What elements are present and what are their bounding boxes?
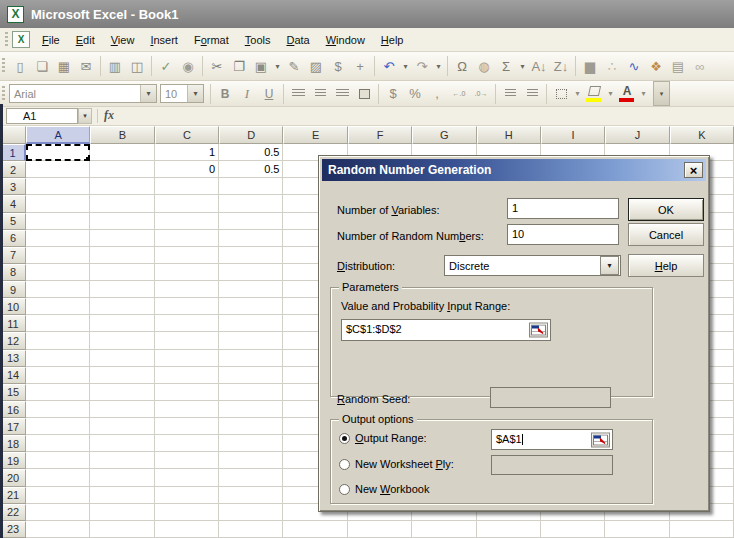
cell-I23[interactable] (541, 521, 605, 538)
print-preview-icon[interactable]: ◫ (126, 56, 148, 76)
row-header-11[interactable]: 11 (0, 315, 26, 332)
chart-wizard-icon[interactable]: ▆ (579, 56, 601, 76)
cell-A23[interactable] (26, 521, 90, 538)
scatter-chart-icon[interactable]: ∴ (601, 56, 623, 76)
increase-decimal-button[interactable]: ←.0 (448, 84, 470, 104)
row-header-17[interactable]: 17 (0, 418, 26, 435)
new-document-icon[interactable]: ▯ (9, 56, 31, 76)
cell-C2[interactable]: 0 (155, 161, 219, 178)
cell-G23[interactable] (412, 521, 476, 538)
toolbar-grip[interactable] (5, 32, 8, 48)
cell-D6[interactable] (219, 230, 283, 247)
cell-B21[interactable] (90, 487, 154, 504)
cell-B12[interactable] (90, 332, 154, 349)
cell-C22[interactable] (155, 504, 219, 521)
cell-C20[interactable] (155, 469, 219, 486)
cell-D5[interactable] (219, 213, 283, 230)
new-worksheet-ply-label[interactable]: New Worksheet Ply: (355, 458, 454, 470)
cell-A5[interactable] (26, 213, 90, 230)
cell-B15[interactable] (90, 384, 154, 401)
cell-B23[interactable] (90, 521, 154, 538)
row-header-1[interactable]: 1 (0, 144, 26, 161)
column-header-H[interactable]: H (477, 126, 541, 144)
row-header-10[interactable]: 10 (0, 298, 26, 315)
sort-ascending-icon[interactable]: A↓ (528, 56, 550, 76)
menu-view[interactable]: View (103, 31, 143, 49)
cell-D18[interactable] (219, 435, 283, 452)
row-header-14[interactable]: 14 (0, 367, 26, 384)
cell-H23[interactable] (477, 521, 541, 538)
dialog-close-button[interactable]: × (684, 162, 703, 178)
column-header-J[interactable]: J (605, 126, 669, 144)
row-header-13[interactable]: 13 (0, 350, 26, 367)
cell-A4[interactable] (26, 195, 90, 212)
row-header-12[interactable]: 12 (0, 332, 26, 349)
row-header-6[interactable]: 6 (0, 230, 26, 247)
select-all-corner[interactable] (0, 126, 26, 144)
cell-D12[interactable] (219, 332, 283, 349)
menu-file[interactable]: File (34, 31, 68, 49)
drawing-icon[interactable]: ❖ (645, 56, 667, 76)
save-icon[interactable]: ▦ (53, 56, 75, 76)
column-header-E[interactable]: E (283, 126, 347, 144)
cell-D10[interactable] (219, 298, 283, 315)
input-range-input[interactable]: $C$1:$D$2 (341, 319, 551, 341)
row-header-3[interactable]: 3 (0, 178, 26, 195)
menu-data[interactable]: Data (278, 31, 317, 49)
distribution-select[interactable]: Discrete ▾ (444, 255, 621, 276)
cell-C5[interactable] (155, 213, 219, 230)
cell-C11[interactable] (155, 315, 219, 332)
cell-D21[interactable] (219, 487, 283, 504)
cell-J23[interactable] (605, 521, 669, 538)
cell-B14[interactable] (90, 367, 154, 384)
cell-C9[interactable] (155, 281, 219, 298)
row-header-5[interactable]: 5 (0, 213, 26, 230)
cell-A2[interactable] (26, 161, 90, 178)
cell-D13[interactable] (219, 350, 283, 367)
font-color-dropdown-icon[interactable]: ▾ (638, 84, 649, 104)
cell-A14[interactable] (26, 367, 90, 384)
align-left-button[interactable] (287, 84, 309, 104)
cell-D17[interactable] (219, 418, 283, 435)
dialog-titlebar[interactable]: Random Number Generation (322, 159, 706, 181)
column-header-I[interactable]: I (541, 126, 605, 144)
cell-C16[interactable] (155, 401, 219, 418)
cell-C21[interactable] (155, 487, 219, 504)
menu-window[interactable]: Window (318, 31, 373, 49)
cell-D20[interactable] (219, 469, 283, 486)
hyperlink-icon[interactable]: ◍ (473, 56, 495, 76)
cell-A12[interactable] (26, 332, 90, 349)
fill-color-dropdown-icon[interactable]: ▾ (605, 84, 616, 104)
new-workbook-radio[interactable] (339, 484, 350, 495)
cell-B8[interactable] (90, 264, 154, 281)
cell-A10[interactable] (26, 298, 90, 315)
cell-C10[interactable] (155, 298, 219, 315)
comment-icon[interactable]: ▤ (667, 56, 689, 76)
ok-button[interactable]: OK (628, 198, 704, 221)
cell-B5[interactable] (90, 213, 154, 230)
random-seed-input[interactable] (490, 387, 611, 408)
new-workbook-label[interactable]: New Workbook (355, 483, 429, 495)
copy-icon[interactable]: ❐ (228, 56, 250, 76)
row-header-15[interactable]: 15 (0, 384, 26, 401)
cell-D1[interactable]: 0.5 (219, 144, 283, 161)
cell-C13[interactable] (155, 350, 219, 367)
menu-tools[interactable]: Tools (237, 31, 279, 49)
cell-D7[interactable] (219, 247, 283, 264)
autosum-icon[interactable]: Σ (495, 56, 517, 76)
row-header-18[interactable]: 18 (0, 435, 26, 452)
column-header-A[interactable]: A (26, 126, 90, 144)
cell-A20[interactable] (26, 469, 90, 486)
cell-C23[interactable] (155, 521, 219, 538)
cell-A13[interactable] (26, 350, 90, 367)
cell-B20[interactable] (90, 469, 154, 486)
row-header-19[interactable]: 19 (0, 452, 26, 469)
cell-A3[interactable] (26, 178, 90, 195)
chevron-down-icon[interactable]: ▾ (600, 256, 619, 275)
paste-special-icon[interactable]: ▨ (305, 56, 327, 76)
row-header-2[interactable]: 2 (0, 161, 26, 178)
currency-icon[interactable]: $ (327, 56, 349, 76)
row-header-21[interactable]: 21 (0, 487, 26, 504)
cell-A8[interactable] (26, 264, 90, 281)
cell-C14[interactable] (155, 367, 219, 384)
